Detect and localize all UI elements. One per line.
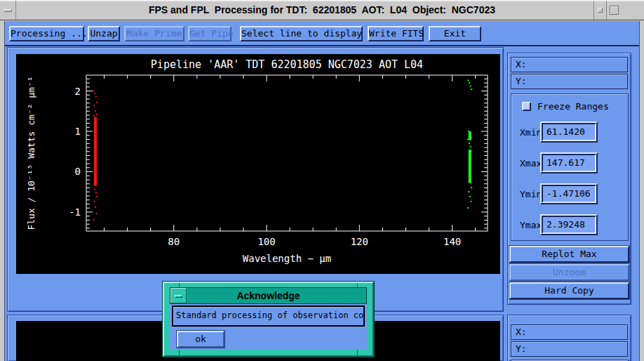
svg-text:100: 100	[257, 236, 275, 247]
svg-text:1: 1	[75, 126, 81, 137]
ymax-label: Ymax	[520, 220, 542, 230]
ymax-input-shell: 2.39248	[540, 214, 598, 235]
x-readout: X:	[511, 57, 628, 72]
write-fits-button[interactable]: Write FITS	[368, 26, 424, 41]
ymin-input[interactable]: -1.47106	[542, 185, 596, 203]
exit-button[interactable]: Exit	[429, 26, 481, 41]
checkbox-icon[interactable]	[522, 102, 531, 111]
window-titlebar[interactable]: FPS and FPL Processing for TDT: 62201805…	[0, 1, 644, 20]
dialog-content: Standard processing of observation compl…	[170, 304, 367, 350]
svg-text:120: 120	[351, 236, 368, 247]
hard-copy-button[interactable]: Hard Copy	[509, 282, 629, 299]
svg-text:0: 0	[75, 166, 81, 177]
ymin-label: Ymin	[520, 189, 542, 199]
unzoom-button[interactable]: Unzoom	[509, 264, 629, 281]
xmax-label: Xmax	[520, 158, 542, 169]
svg-text:140: 140	[443, 236, 461, 247]
acknowledge-dialog: Acknowledge Standard processing of obser…	[163, 282, 374, 357]
frame-notch	[179, 350, 180, 355]
maximize-button[interactable]	[606, 1, 622, 20]
select-line-button[interactable]: Select line to display ...	[240, 26, 363, 41]
svg-text:Flux / 10⁻¹⁵ Watts cm⁻² μm⁻¹: Flux / 10⁻¹⁵ Watts cm⁻² μm⁻¹	[26, 76, 36, 230]
xmax-input[interactable]: 147.617	[542, 154, 596, 172]
ymax-input[interactable]: 2.39248	[542, 216, 596, 234]
minimize-button[interactable]	[593, 1, 605, 20]
ymax-row: Ymax 2.39248	[511, 214, 628, 235]
message-field[interactable]: Standard processing of observation compl…	[172, 306, 365, 327]
xmax-input-shell: 147.617	[540, 152, 598, 173]
svg-text:Wavelength − μm: Wavelength − μm	[243, 253, 331, 264]
xmin-row: Xmin 61.1420	[511, 122, 628, 143]
svg-text:2: 2	[75, 86, 81, 97]
plot-panel-1: 80100120140-1012Pipeline 'AAR' TDT 62201…	[7, 47, 504, 312]
xmin-label: Xmin	[520, 127, 542, 138]
maximize-icon	[610, 6, 619, 15]
window-title: FPS and FPL Processing for TDT: 62201805…	[0, 1, 644, 20]
ranges-group: Freeze Ranges Xmin 61.1420 Xmax 147.617 …	[511, 93, 629, 241]
svg-text:80: 80	[168, 236, 180, 247]
dialog-titlebar[interactable]: Acknowledge	[170, 287, 367, 304]
app-window: FPS and FPL Processing for TDT: 62201805…	[0, 0, 644, 361]
xmin-input[interactable]: 61.1420	[542, 123, 596, 141]
unzap-button[interactable]: Unzap	[88, 26, 120, 41]
ok-button[interactable]: ok	[177, 331, 224, 348]
xmax-row: Xmax 147.617	[511, 152, 628, 173]
side-panel-1: X: Y: Freeze Ranges Xmin 61.1420 Xmax 14…	[507, 53, 631, 305]
minimize-icon	[598, 8, 603, 13]
dialog-title: Acknowledge	[170, 288, 366, 303]
freeze-ranges-label: Freeze Ranges	[537, 101, 609, 112]
toolbar: Processing ... Unzap Make Prime Get Pipe…	[5, 21, 639, 46]
replot-max-button[interactable]: Replot Max	[509, 246, 629, 263]
svg-text:-1: -1	[69, 206, 81, 218]
x-readout-2: X:	[511, 324, 628, 340]
get-pipe-button[interactable]: Get Pipe	[188, 26, 232, 41]
processing-button[interactable]: Processing ...	[9, 26, 84, 41]
y-readout: Y:	[511, 74, 628, 89]
ymin-input-shell: -1.47106	[540, 183, 598, 204]
y-readout-2: Y:	[511, 341, 628, 357]
frame-notch	[357, 350, 358, 355]
side-panel-2: X: Y:	[507, 315, 631, 361]
make-prime-button[interactable]: Make Prime	[124, 26, 185, 41]
svg-text:Pipeline 'AAR' TDT 62201805 NG: Pipeline 'AAR' TDT 62201805 NGC7023 AOT …	[151, 58, 423, 71]
spectrum-plot[interactable]: 80100120140-1012Pipeline 'AAR' TDT 62201…	[16, 54, 500, 274]
xmin-input-shell: 61.1420	[540, 122, 598, 143]
ymin-row: Ymin -1.47106	[511, 183, 628, 204]
